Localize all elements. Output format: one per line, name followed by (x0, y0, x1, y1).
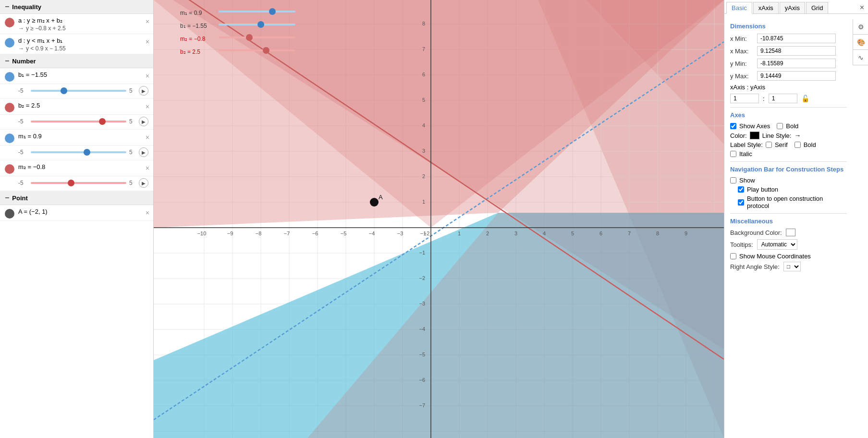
ymin-input[interactable] (757, 59, 836, 68)
point-section-header: − Point (0, 191, 153, 205)
nav-play-checkbox[interactable] (738, 186, 744, 193)
bg-color-swatch[interactable] (786, 229, 795, 236)
italic-checkbox[interactable] (730, 151, 736, 157)
nav-protocol-checkbox[interactable] (738, 199, 744, 206)
svg-text:6: 6 (422, 72, 425, 77)
svg-text:−7: −7 (419, 402, 425, 408)
svg-text:8: 8 (656, 231, 659, 236)
b1-slider-track[interactable] (31, 90, 126, 92)
svg-text:−7: −7 (284, 231, 290, 236)
m2-slider-thumb[interactable] (68, 180, 74, 186)
tooltips-label: Tooltips: (730, 241, 753, 248)
b2-slider-thumb[interactable] (99, 118, 106, 125)
axes-color-label: Color: (730, 132, 747, 139)
number-item-m2: m₂ = −0.8 × (0, 160, 153, 176)
m1-slider-track[interactable] (31, 151, 126, 153)
nav-play-label: Play button (747, 186, 778, 193)
tooltips-select[interactable]: Automatic (757, 239, 797, 250)
item-a-arrow: → (18, 25, 24, 32)
svg-text:−6: −6 (419, 377, 425, 383)
nav-show-checkbox[interactable] (730, 177, 736, 183)
serif-checkbox[interactable] (766, 142, 772, 148)
graph-area[interactable]: −10 −9 −8 −7 −6 −5 −4 −3 −2 −1 1 2 3 4 5… (154, 0, 724, 438)
bg-color-row: Background Color: (730, 229, 847, 236)
m2-content: m₂ = −0.8 (18, 163, 148, 171)
point-A-dot[interactable] (370, 198, 379, 207)
svg-text:4: 4 (543, 231, 546, 236)
ratio-y-input[interactable] (769, 94, 797, 103)
right-angle-row: Right Angle Style: □ (730, 262, 847, 271)
item-d-close-btn[interactable]: × (146, 38, 149, 46)
m1-name: m₁ = 0.9 (18, 133, 148, 140)
svg-text:−5: −5 (419, 352, 425, 357)
point-collapse-btn[interactable]: − (5, 194, 9, 202)
ymax-input[interactable] (757, 71, 836, 81)
label-style-row: Label Style: Serif Bold (730, 141, 847, 148)
show-axes-checkbox[interactable] (730, 123, 736, 129)
right-panel-content: Dimensions x Min: x Max: y Min: y Max: x… (724, 14, 868, 279)
ratio-x-input[interactable] (730, 94, 759, 103)
lock-icon[interactable]: 🔓 (801, 95, 809, 102)
svg-text:3: 3 (422, 148, 425, 154)
number-section-title: Number (12, 58, 36, 65)
tab-grid[interactable]: Grid (806, 2, 829, 13)
right-angle-select[interactable]: □ (783, 262, 801, 271)
m1-dot (5, 134, 14, 143)
palette-icon-btn[interactable]: 🎨 (853, 35, 868, 50)
m1-slider-thumb[interactable] (84, 149, 90, 156)
item-a-dot (5, 18, 14, 27)
graph-canvas[interactable]: −10 −9 −8 −7 −6 −5 −4 −3 −2 −1 1 2 3 4 5… (154, 0, 724, 438)
m1-play-btn[interactable]: ▶ (139, 147, 148, 157)
gear-icon-btn[interactable]: ⚙ (853, 19, 868, 35)
divider-3 (730, 213, 847, 214)
svg-point-81 (246, 34, 253, 41)
tab-yaxis[interactable]: yAxis (780, 2, 805, 13)
svg-text:4: 4 (422, 122, 425, 128)
svg-text:3: 3 (514, 231, 517, 236)
bold-axes-label: Bold (786, 122, 798, 130)
wave-icon-btn[interactable]: ∿ (853, 50, 868, 65)
axes-color-swatch[interactable] (750, 132, 759, 139)
b2-close-btn[interactable]: × (146, 103, 149, 110)
item-d-arrow: → (18, 45, 24, 52)
tab-basic[interactable]: Basic (726, 2, 752, 14)
point-A-close-btn[interactable]: × (146, 209, 149, 217)
xmax-label: x Max: (730, 48, 757, 55)
tab-xaxis[interactable]: xAxis (753, 2, 779, 13)
inequality-collapse-btn[interactable]: − (5, 3, 9, 11)
svg-text:−3: −3 (419, 301, 425, 306)
xmax-input[interactable] (757, 46, 836, 56)
item-d-dot (5, 38, 14, 48)
m1-close-btn[interactable]: × (146, 134, 149, 141)
bold-label-checkbox[interactable] (795, 142, 801, 148)
right-panel-close-btn[interactable]: × (860, 3, 864, 12)
m2-play-btn[interactable]: ▶ (139, 178, 148, 188)
m2-min-label: -5 (18, 180, 28, 186)
svg-text:−8: −8 (256, 231, 262, 236)
b1-play-btn[interactable]: ▶ (139, 86, 148, 96)
item-a-name: a : y ≥ m₂ x + b₂ (18, 17, 148, 24)
bold-axes-checkbox[interactable] (777, 123, 783, 129)
m2-slider-track[interactable] (31, 182, 126, 184)
point-A-dot (5, 209, 14, 219)
b1-close-btn[interactable]: × (146, 72, 149, 80)
b2-slider-track[interactable] (31, 121, 126, 122)
axes-title: Axes (730, 111, 847, 119)
m2-dot (5, 164, 14, 174)
b2-play-btn[interactable]: ▶ (139, 117, 148, 126)
mouse-coords-checkbox[interactable] (730, 253, 736, 259)
m2-close-btn[interactable]: × (146, 164, 149, 172)
item-a-close-btn[interactable]: × (146, 18, 149, 25)
m1-max-label: 5 (129, 149, 136, 156)
b1-slider-thumb[interactable] (61, 87, 67, 94)
xmin-input[interactable] (757, 34, 836, 43)
svg-text:b₁ = −1.55: b₁ = −1.55 (180, 23, 207, 29)
m2-name: m₂ = −0.8 (18, 163, 148, 170)
number-collapse-btn[interactable]: − (5, 57, 9, 65)
line-style-label: Line Style: (762, 132, 792, 139)
show-axes-row: Show Axes Bold (730, 122, 847, 130)
b1-content: b₁ = −1.55 (18, 71, 148, 79)
nav-protocol-label: Button to open construction protocol (747, 195, 847, 209)
m2-max-label: 5 (129, 180, 136, 186)
serif-label: Serif (775, 141, 788, 148)
